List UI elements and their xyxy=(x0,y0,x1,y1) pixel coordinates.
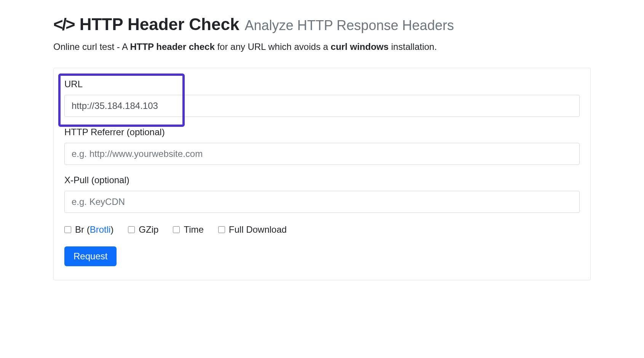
url-label: URL xyxy=(64,79,580,90)
form-card: URL HTTP Referrer (optional) X-Pull (opt… xyxy=(53,68,591,280)
url-input[interactable] xyxy=(64,95,580,117)
page-title: HTTP Header Check xyxy=(80,15,240,34)
page-description: Online curl test - A HTTP header check f… xyxy=(53,40,591,53)
desc-bold2: curl windows xyxy=(331,42,388,52)
br-prefix: Br ( xyxy=(75,224,90,235)
gzip-checkbox[interactable] xyxy=(128,226,135,233)
br-label: Br (Brotli) xyxy=(75,224,113,235)
xpull-input[interactable] xyxy=(64,191,580,213)
referrer-input[interactable] xyxy=(64,143,580,165)
checkbox-item-br[interactable]: Br (Brotli) xyxy=(64,224,113,235)
desc-mid: for any URL which avoids a xyxy=(215,42,331,52)
desc-bold1: HTTP header check xyxy=(130,42,214,52)
gzip-label: GZip xyxy=(139,224,158,235)
br-checkbox[interactable] xyxy=(64,226,71,233)
xpull-label: X-Pull (optional) xyxy=(64,175,580,185)
brotli-link[interactable]: Brotli xyxy=(90,224,111,235)
checkbox-row: Br (Brotli) GZip Time Full Download xyxy=(64,224,580,235)
time-label: Time xyxy=(184,224,203,235)
form-group-url: URL xyxy=(64,79,580,117)
full-download-label: Full Download xyxy=(229,224,287,235)
referrer-label: HTTP Referrer (optional) xyxy=(64,127,580,137)
time-checkbox[interactable] xyxy=(173,226,180,233)
page-header: </> HTTP Header Check Analyze HTTP Respo… xyxy=(53,15,591,34)
checkbox-item-full-download[interactable]: Full Download xyxy=(218,224,287,235)
form-group-referrer: HTTP Referrer (optional) xyxy=(64,127,580,165)
desc-prefix: Online curl test - A xyxy=(53,42,130,52)
br-suffix: ) xyxy=(110,224,113,235)
request-button[interactable]: Request xyxy=(64,246,117,266)
full-download-checkbox[interactable] xyxy=(218,226,225,233)
checkbox-item-time[interactable]: Time xyxy=(173,224,203,235)
checkbox-item-gzip[interactable]: GZip xyxy=(128,224,158,235)
page-subtitle: Analyze HTTP Response Headers xyxy=(244,18,454,33)
desc-suffix: installation. xyxy=(388,42,437,52)
form-group-xpull: X-Pull (optional) xyxy=(64,175,580,213)
code-icon: </> xyxy=(53,16,74,33)
